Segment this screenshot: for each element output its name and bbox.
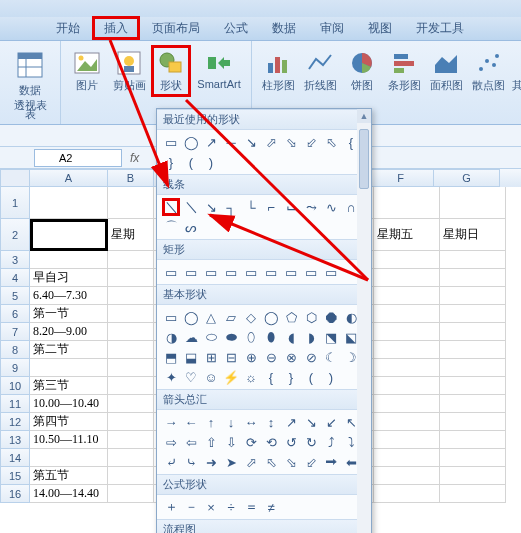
shape-item[interactable]: ▭ [262, 263, 280, 281]
column-chart-button[interactable]: 柱形图 [258, 45, 298, 93]
cell-B14[interactable] [108, 449, 154, 467]
cell-B10[interactable] [108, 377, 154, 395]
shape-item[interactable]: ⟲ [262, 433, 280, 451]
shape-item[interactable]: ⬂ [282, 453, 300, 471]
cell-F6[interactable] [374, 305, 440, 323]
row-header[interactable]: 16 [0, 485, 30, 503]
cell-B11[interactable] [108, 395, 154, 413]
shape-item[interactable]: ↑ [202, 413, 220, 431]
cell-A4[interactable]: 早自习 [30, 269, 108, 287]
shape-item[interactable]: ∿ [322, 198, 340, 216]
shape-item[interactable]: ↕ [262, 413, 280, 431]
cell-F8[interactable] [374, 341, 440, 359]
shape-item[interactable]: ⬁ [322, 133, 340, 151]
shape-item[interactable]: └ [242, 198, 260, 216]
shape-item[interactable]: ◯ [182, 133, 200, 151]
shape-item[interactable]: ＝ [242, 498, 260, 516]
shape-item[interactable]: ⊕ [242, 348, 260, 366]
fx-icon[interactable]: fx [130, 151, 139, 165]
shape-item[interactable]: ↔ [242, 413, 260, 431]
shape-item[interactable]: ▱ [222, 308, 240, 326]
shape-item[interactable]: ↓ [222, 413, 240, 431]
scroll-up-icon[interactable]: ▲ [357, 109, 371, 123]
cell-F10[interactable] [374, 377, 440, 395]
shape-item[interactable]: ☾ [322, 348, 340, 366]
shape-item[interactable]: ⬂ [282, 133, 300, 151]
tab-formulas[interactable]: 公式 [212, 16, 260, 40]
cell-A8[interactable]: 第二节 [30, 341, 108, 359]
shape-item[interactable]: ◖ [282, 328, 300, 346]
row-header[interactable]: 4 [0, 269, 30, 287]
cell-F9[interactable] [374, 359, 440, 377]
cell-F2[interactable]: 星期五 [374, 219, 440, 251]
shape-item[interactable]: ⊖ [262, 348, 280, 366]
shape-item[interactable]: ↘ [202, 198, 220, 216]
cell-B2[interactable]: 星期 [108, 219, 154, 251]
shape-item[interactable]: ⊞ [202, 348, 220, 366]
tab-insert[interactable]: 插入 [92, 16, 140, 40]
shape-item[interactable]: ⊟ [222, 348, 240, 366]
cell-G16[interactable] [440, 485, 506, 503]
col-header-G[interactable]: G [434, 169, 500, 187]
shape-item[interactable]: ⌙ [282, 198, 300, 216]
shape-item[interactable]: ─ [222, 133, 240, 151]
cell-F15[interactable] [374, 467, 440, 485]
tab-developer[interactable]: 开发工具 [404, 16, 476, 40]
cell-A10[interactable]: 第三节 [30, 377, 108, 395]
cell-A12[interactable]: 第四节 [30, 413, 108, 431]
shape-item[interactable]: ♡ [182, 368, 200, 386]
shape-item[interactable]: ↗ [202, 133, 220, 151]
cell-B7[interactable] [108, 323, 154, 341]
cell-B16[interactable] [108, 485, 154, 503]
shape-item[interactable]: ▭ [162, 133, 180, 151]
cell-A7[interactable]: 8.20—9.00 [30, 323, 108, 341]
cell-F3[interactable] [374, 251, 440, 269]
shape-item[interactable]: ↙ [322, 413, 340, 431]
cell-F14[interactable] [374, 449, 440, 467]
cell-B9[interactable] [108, 359, 154, 377]
shape-item[interactable]: ↘ [242, 133, 260, 151]
shape-item[interactable]: ÷ [222, 498, 240, 516]
shape-item[interactable]: ⇧ [202, 433, 220, 451]
row-header[interactable]: 7 [0, 323, 30, 341]
shape-item[interactable]: ▭ [162, 308, 180, 326]
tab-home[interactable]: 开始 [44, 16, 92, 40]
cell-A11[interactable]: 10.00—10.40 [30, 395, 108, 413]
cell-B13[interactable] [108, 431, 154, 449]
col-header-B[interactable]: B [108, 169, 154, 187]
cell-F4[interactable] [374, 269, 440, 287]
cell-G13[interactable] [440, 431, 506, 449]
row-header[interactable]: 9 [0, 359, 30, 377]
shape-item[interactable]: ⯃ [322, 308, 340, 326]
cell-B5[interactable] [108, 287, 154, 305]
cell-F7[interactable] [374, 323, 440, 341]
cell-G6[interactable] [440, 305, 506, 323]
shape-item[interactable]: ⬭ [202, 328, 220, 346]
shape-item[interactable]: ┐ [222, 198, 240, 216]
cell-G15[interactable] [440, 467, 506, 485]
row-header[interactable]: 3 [0, 251, 30, 269]
cell-B6[interactable] [108, 305, 154, 323]
shape-item[interactable]: ▭ [242, 263, 260, 281]
shape-item[interactable]: ) [202, 153, 220, 171]
shape-item[interactable]: ( [182, 153, 200, 171]
other-chart-button[interactable]: 其他图表 [510, 45, 521, 93]
shape-item[interactable]: ⬃ [302, 453, 320, 471]
shape-item[interactable]: ( [302, 368, 320, 386]
shape-item[interactable]: ▭ [202, 263, 220, 281]
row-header[interactable]: 10 [0, 377, 30, 395]
shape-item[interactable]: ⌒ [162, 218, 180, 236]
shape-item[interactable]: ⌐ [262, 198, 280, 216]
shape-item[interactable]: } [162, 153, 180, 171]
row-header[interactable]: 14 [0, 449, 30, 467]
col-header-A[interactable]: A [30, 169, 108, 187]
row-header[interactable]: 5 [0, 287, 30, 305]
row-header[interactable]: 8 [0, 341, 30, 359]
row-header[interactable]: 13 [0, 431, 30, 449]
shape-item[interactable]: ⬓ [182, 348, 200, 366]
cell-A15[interactable]: 第五节 [30, 467, 108, 485]
shape-item[interactable]: ▭ [282, 263, 300, 281]
shape-item[interactable]: → [162, 413, 180, 431]
cell-G10[interactable] [440, 377, 506, 395]
cell-B15[interactable] [108, 467, 154, 485]
